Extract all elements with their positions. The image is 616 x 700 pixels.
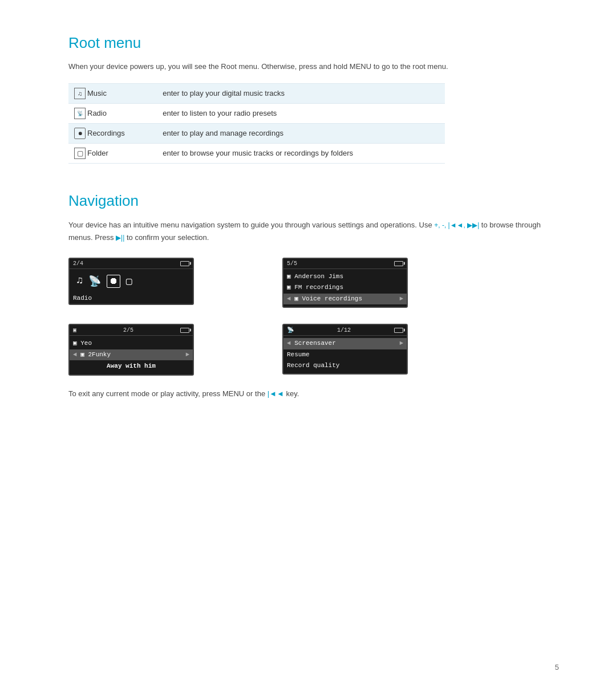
root-menu-section: Root menu When your device powers up, yo… <box>68 34 559 164</box>
screen-3-row-3-away: Away with him <box>73 360 189 372</box>
screen-4-battery <box>394 328 403 333</box>
screen-2-row-1: ▣ Anderson Jims <box>287 271 403 282</box>
nav-controls: +, -, |◄◄, ▶▶| <box>434 221 479 229</box>
device-screen-4: 📡 1/12 ◄ Screensaver ► Resume Record qua… <box>282 324 468 376</box>
screen-4-row-3: Record quality <box>287 360 403 371</box>
folder-description: enter to browse your music tracks or rec… <box>157 143 445 163</box>
screen-4-row-2: Resume <box>287 349 403 360</box>
exit-note-text1: To exit any current mode or play activit… <box>68 389 268 398</box>
folder-icon-s2r2: ▣ <box>287 284 291 291</box>
screen-2-row-3-content: ◄ ▣ Voice recordings <box>287 295 362 303</box>
screen-2-body: ▣ Anderson Jims ▣ FM recordings ◄ ▣ Voic… <box>283 269 407 307</box>
radio-description: enter to listen to your radio presets <box>157 103 445 123</box>
music-label: Music <box>87 89 107 97</box>
table-row: ⏺ Recordings enter to play and manage re… <box>68 123 445 143</box>
screen-3-row-2-content: ◄ ▣ 2Funky <box>73 351 111 359</box>
radio-label: Radio <box>87 109 107 117</box>
folder-icon: ▢ <box>74 148 86 159</box>
folder-icon-s3r1: ▣ <box>73 340 77 347</box>
screen-2-row-2: ▣ FM recordings <box>287 282 403 293</box>
screen-3-header: ▣ 2/5 <box>70 325 193 336</box>
navigation-description: Your device has an intuitive menu naviga… <box>68 219 559 244</box>
music-screen-icon: ♫ <box>76 275 83 288</box>
screen-4: 📡 1/12 ◄ Screensaver ► Resume Record qua… <box>282 324 408 375</box>
screen-3-battery <box>180 328 189 333</box>
root-menu-description: When your device powers up, you will see… <box>68 61 559 73</box>
left-arrow-2: ◄ <box>73 351 77 358</box>
device-screen-1: 2/4 ♫ 📡 ⏺ ▢ Radio <box>68 258 254 308</box>
table-row: ▢ Folder enter to browse your music trac… <box>68 143 445 163</box>
screen-3-position: 2/5 <box>123 327 133 333</box>
recordings-description: enter to play and manage recordings <box>157 123 445 143</box>
screen-1-footer: Radio <box>70 294 193 304</box>
screen-4-header: 📡 1/12 <box>283 325 407 336</box>
page-number: 5 <box>555 663 559 671</box>
screens-grid: 2/4 ♫ 📡 ⏺ ▢ Radio 5/5 <box>68 258 468 376</box>
radio-menu-item: 📡 Radio <box>74 108 151 119</box>
root-menu-title: Root menu <box>68 34 559 52</box>
folder-screen-icon: ▢ <box>126 275 132 288</box>
music-menu-item: ♫ Music <box>74 88 151 99</box>
rec-screen-icon: ⏺ <box>107 275 120 288</box>
exit-key: |◄◄ <box>268 389 284 398</box>
screen-1-header: 2/4 <box>70 259 193 269</box>
screen-1-body: ♫ 📡 ⏺ ▢ <box>70 269 193 294</box>
screen-1-position: 2/4 <box>73 261 83 267</box>
radio-icon: 📡 <box>74 108 86 119</box>
recordings-label: Recordings <box>87 129 125 137</box>
left-arrow-3: ◄ <box>287 340 291 347</box>
navigation-section: Navigation Your device has an intuitive … <box>68 192 559 398</box>
left-arrow: ◄ <box>287 295 291 302</box>
screen-2-row-3: ◄ ▣ Voice recordings ► <box>283 294 407 304</box>
nav-desc-text3: to confirm your selection. <box>124 233 209 242</box>
right-arrow-2: ► <box>185 351 189 359</box>
screen-1-battery <box>180 261 189 266</box>
root-menu-table: ♫ Music enter to play your digital music… <box>68 83 445 164</box>
screen-4-body: ◄ Screensaver ► Resume Record quality <box>283 336 407 373</box>
screen-4-row-1-content: ◄ Screensaver <box>287 339 336 348</box>
recordings-icon: ⏺ <box>74 128 86 139</box>
screen-3-body: ▣ Yeo ◄ ▣ 2Funky ► Away with him <box>70 336 193 375</box>
table-row: 📡 Radio enter to listen to your radio pr… <box>68 103 445 123</box>
screen-4-position: 1/12 <box>337 327 351 333</box>
exit-note: To exit any current mode or play activit… <box>68 389 559 398</box>
screen-3-row-1: ▣ Yeo <box>73 338 189 349</box>
screen-3: ▣ 2/5 ▣ Yeo ◄ ▣ 2Funky ► Away with him <box>68 324 194 376</box>
music-description: enter to play your digital music tracks <box>157 83 445 103</box>
folder-icon-s2r1: ▣ <box>287 273 291 280</box>
right-arrow-3: ► <box>399 339 403 348</box>
right-arrow: ► <box>399 295 403 303</box>
exit-note-text2: key. <box>284 389 299 398</box>
table-row: ♫ Music enter to play your digital music… <box>68 83 445 103</box>
navigation-title: Navigation <box>68 192 559 210</box>
screen-4-header-icon: 📡 <box>287 327 294 333</box>
screen-4-row-1: ◄ Screensaver ► <box>283 338 407 349</box>
screen-3-row-2: ◄ ▣ 2Funky ► <box>70 349 193 360</box>
music-icon: ♫ <box>74 88 86 99</box>
device-screen-2: 5/5 ▣ Anderson Jims ▣ FM recordings ◄ ▣ … <box>282 258 468 308</box>
nav-confirm: ▶|| <box>116 234 124 242</box>
screen-2-header: 5/5 <box>283 259 407 269</box>
folder-label: Folder <box>87 149 108 157</box>
nav-desc-text1: Your device has an intuitive menu naviga… <box>68 221 434 229</box>
screen-2: 5/5 ▣ Anderson Jims ▣ FM recordings ◄ ▣ … <box>282 258 408 308</box>
device-screen-3: ▣ 2/5 ▣ Yeo ◄ ▣ 2Funky ► Away with him <box>68 324 254 376</box>
radio-screen-icon: 📡 <box>88 275 101 288</box>
screen-3-header-icon: ▣ <box>73 327 76 333</box>
recordings-menu-item: ⏺ Recordings <box>74 128 151 139</box>
screen-2-position: 5/5 <box>287 261 297 267</box>
screen-2-battery <box>394 261 403 266</box>
folder-menu-item: ▢ Folder <box>74 148 151 159</box>
screen-1: 2/4 ♫ 📡 ⏺ ▢ Radio <box>68 258 194 305</box>
